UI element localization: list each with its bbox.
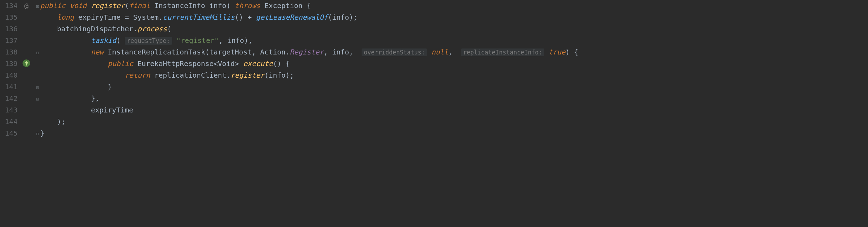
line-number: 140 — [0, 70, 21, 81]
code-line[interactable]: return replicationClient.register(info); — [36, 70, 578, 81]
method-name: register — [91, 1, 125, 10]
line-number: 139 — [0, 58, 21, 70]
keyword-long: long — [57, 13, 74, 21]
code-line[interactable]: public EurekaHttpResponse<Void> execute(… — [36, 58, 578, 70]
line-number: 134 — [0, 0, 21, 12]
gutter-line: 136 — [0, 23, 32, 35]
param-hint: requestType: — [125, 37, 172, 45]
override-icon[interactable] — [21, 62, 32, 70]
keyword-void: void — [70, 1, 86, 10]
code-line[interactable]: expiryTime — [36, 104, 578, 116]
variable: expiryTime — [91, 106, 133, 114]
null-literal: null — [431, 48, 448, 56]
code-line[interactable]: ⊟} — [36, 128, 578, 139]
keyword-new: new — [91, 48, 104, 56]
code-editor[interactable]: 134@ 135 136 137 138 139 140 141 142 143… — [0, 0, 868, 139]
type: Void — [218, 59, 235, 68]
param-hint: overriddenStatus: — [362, 48, 427, 56]
fold-icon[interactable]: ⊟ — [36, 47, 40, 59]
line-number: 136 — [0, 23, 21, 35]
gutter-line: 143 — [0, 104, 32, 116]
type: Exception — [264, 1, 302, 10]
type: InstanceInfo — [154, 1, 205, 10]
keyword-throws: throws — [235, 1, 260, 10]
gutter-line: 137 — [0, 35, 32, 46]
code-line[interactable]: taskId( requestType: "register", info), — [36, 35, 578, 46]
fold-end-icon[interactable]: ⊟ — [36, 82, 40, 93]
line-number: 145 — [0, 128, 21, 139]
line-number: 135 — [0, 12, 21, 23]
code-area[interactable]: ⊟public void register(final InstanceInfo… — [34, 0, 578, 139]
arg: info — [227, 36, 244, 45]
string-literal: "register" — [176, 36, 219, 45]
class-ref: System — [133, 13, 158, 21]
method-call: register — [231, 71, 264, 79]
variable: expiryTime — [78, 13, 121, 21]
gutter-line: 139 — [0, 58, 32, 70]
gutter-line: 142 — [0, 93, 32, 104]
method-call: taskId — [91, 36, 116, 45]
param-hint: replicateInstanceInfo: — [461, 48, 544, 56]
code-line[interactable]: ⊟ } — [36, 81, 578, 93]
gutter-line: 144 — [0, 116, 32, 128]
annotation-icon[interactable]: @ — [24, 1, 28, 10]
bool-literal: true — [549, 48, 565, 56]
fold-end-icon[interactable]: ⊟ — [36, 93, 40, 105]
gutter: 134@ 135 136 137 138 139 140 141 142 143… — [0, 0, 34, 139]
keyword-public: public — [108, 59, 133, 68]
gutter-line: 135 — [0, 12, 32, 23]
code-line[interactable]: ⊟ new InstanceReplicationTask(targetHost… — [36, 46, 578, 58]
line-number: 142 — [0, 93, 21, 104]
method-call: getLeaseRenewalOf — [256, 13, 328, 21]
variable: replicationClient — [154, 71, 226, 79]
keyword-final: final — [129, 1, 150, 10]
arg: info — [332, 13, 349, 21]
keyword-public: public — [40, 1, 65, 10]
type: InstanceReplicationTask — [108, 48, 205, 56]
code-line[interactable]: ); — [36, 116, 578, 128]
line-number: 138 — [0, 46, 21, 58]
gutter-line: 141 — [0, 81, 32, 93]
line-number: 144 — [0, 116, 21, 128]
fold-icon[interactable]: ⊟ — [36, 1, 40, 12]
method-call: process — [137, 25, 167, 33]
method-name: execute — [243, 59, 273, 68]
arg: info — [268, 71, 285, 79]
line-number: 141 — [0, 81, 21, 93]
method-call: currentTimeMillis — [163, 13, 235, 21]
line-number: 143 — [0, 104, 21, 116]
gutter-line: 138 — [0, 46, 32, 58]
arg: info — [332, 48, 349, 56]
code-line[interactable]: ⊟public void register(final InstanceInfo… — [36, 0, 578, 12]
gutter-line: 134@ — [0, 0, 32, 12]
keyword-return: return — [125, 71, 150, 79]
enum-value: Register — [290, 48, 324, 56]
code-line[interactable]: long expiryTime = System.currentTimeMill… — [36, 12, 578, 23]
class-ref: Action — [260, 48, 285, 56]
variable: batchingDispatcher — [57, 25, 133, 33]
gutter-line: 145 — [0, 128, 32, 139]
gutter-line: 140 — [0, 70, 32, 81]
code-line[interactable]: ⊟ }, — [36, 93, 578, 104]
fold-end-icon[interactable]: ⊟ — [36, 128, 40, 139]
param: info — [209, 1, 226, 10]
code-line[interactable]: batchingDispatcher.process( — [36, 23, 578, 35]
line-number: 137 — [0, 35, 21, 46]
arg: targetHost — [209, 48, 252, 56]
type: EurekaHttpResponse — [137, 59, 214, 68]
